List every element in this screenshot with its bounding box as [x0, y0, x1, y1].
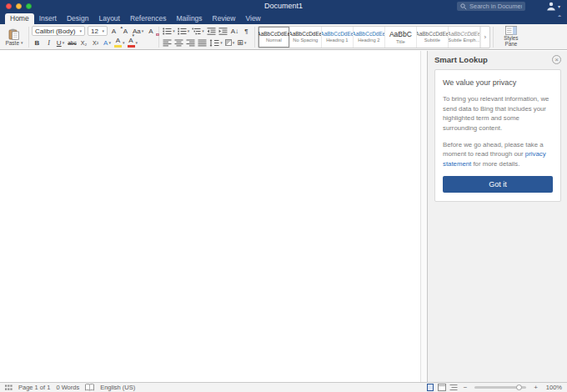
line-spacing-icon: [209, 39, 219, 47]
font-name-value: Calibri (Body): [35, 28, 75, 35]
tab-view[interactable]: View: [240, 13, 265, 24]
outline-view-button[interactable]: [449, 384, 458, 391]
styles-gallery-more-button[interactable]: ›: [480, 27, 489, 48]
shading-button[interactable]: ▾: [224, 38, 236, 48]
zoom-knob[interactable]: [516, 384, 522, 390]
tab-insert[interactable]: Insert: [34, 13, 62, 24]
sort-button[interactable]: A↓: [229, 26, 240, 36]
chevron-down-icon: ▾: [142, 28, 144, 33]
accessibility-icon[interactable]: [5, 384, 13, 391]
zoom-slider[interactable]: [474, 386, 526, 389]
style-subtitle[interactable]: AaBbCcDdEe Subtitle: [417, 27, 449, 48]
chevron-down-icon: ▾: [202, 28, 204, 33]
style-preview: AaBbCcDdEe: [258, 31, 290, 37]
style-normal[interactable]: AaBbCcDdEe Normal: [258, 27, 290, 48]
tab-review[interactable]: Review: [208, 13, 241, 24]
style-label: Subtitle: [424, 38, 440, 43]
tab-design[interactable]: Design: [62, 13, 93, 24]
search-placeholder: Search in Document: [469, 3, 522, 10]
font-size-select[interactable]: 12 ▾: [88, 26, 108, 36]
style-no-spacing[interactable]: AaBbCcDdEe No Spacing: [290, 27, 322, 48]
fullscreen-window-button[interactable]: [26, 3, 32, 9]
minimize-window-button[interactable]: [16, 3, 22, 9]
zoom-in-button[interactable]: +: [534, 384, 538, 391]
language-indicator[interactable]: English (US): [100, 384, 135, 391]
style-subtle-emphasis[interactable]: AaBbCcDdEe Subtle Emph...: [449, 27, 480, 48]
vertical-scrollbar[interactable]: [420, 51, 427, 382]
smart-lookup-pane: Smart Lookup × We value your privacy To …: [427, 51, 567, 382]
search-box[interactable]: Search in Document: [457, 2, 525, 11]
borders-button[interactable]: ⊞ ▾: [236, 38, 247, 48]
account-button[interactable]: ▾: [546, 2, 560, 11]
paste-clipboard-icon: [8, 28, 20, 40]
align-right-icon: [186, 39, 195, 47]
close-window-button[interactable]: [6, 3, 12, 9]
font-color-button[interactable]: A ▾: [127, 38, 139, 48]
chevron-down-icon: ▾: [188, 28, 190, 33]
line-spacing-button[interactable]: ▾: [208, 38, 223, 48]
numbered-list-icon: [178, 28, 187, 35]
decrease-indent-button[interactable]: [206, 26, 217, 36]
tab-layout[interactable]: Layout: [93, 13, 125, 24]
bold-button[interactable]: B: [32, 38, 43, 48]
justify-button[interactable]: [197, 38, 208, 48]
highlight-icon: A: [116, 38, 120, 44]
show-paragraph-marks-button[interactable]: ¶: [241, 26, 252, 36]
zoom-out-button[interactable]: −: [464, 384, 468, 391]
document-page[interactable]: [0, 51, 420, 382]
style-title[interactable]: AaBbC Title: [385, 27, 417, 48]
page-indicator[interactable]: Page 1 of 1: [18, 384, 50, 391]
web-layout-view-button[interactable]: [438, 384, 446, 391]
privacy-card-body2: Before we go ahead, please take a moment…: [443, 140, 553, 169]
font-name-select[interactable]: Calibri (Body) ▾: [32, 26, 85, 36]
text-effects-button[interactable]: A ▾: [102, 38, 113, 48]
style-heading-2[interactable]: AaBbCcDdEe Heading 2: [354, 27, 385, 48]
shrink-font-button[interactable]: A ▾: [120, 26, 131, 36]
grow-font-button[interactable]: A ▴: [108, 26, 119, 36]
bullet-list-button[interactable]: ▾: [162, 26, 176, 36]
chevron-down-icon: ▾: [63, 40, 65, 45]
style-label: Heading 2: [358, 38, 379, 43]
styles-pane-button[interactable]: Styles Pane: [496, 26, 526, 48]
view-switcher: [426, 384, 458, 391]
shading-icon: [225, 39, 232, 46]
tab-home[interactable]: Home: [5, 13, 34, 24]
multilevel-list-icon: [192, 28, 201, 35]
spellcheck-icon[interactable]: [85, 384, 94, 391]
style-preview: AaBbCcDdEe: [354, 31, 385, 37]
print-layout-view-button[interactable]: [426, 384, 434, 391]
multilevel-list-button[interactable]: ▾: [191, 26, 205, 36]
align-left-button[interactable]: [162, 38, 173, 48]
word-count[interactable]: 0 Words: [56, 384, 79, 391]
underline-icon: U: [57, 39, 62, 47]
numbered-list-button[interactable]: ▾: [177, 26, 191, 36]
style-heading-1[interactable]: AaBbCcDdEe Heading 1: [322, 27, 354, 48]
collapse-ribbon-button[interactable]: ˆ: [558, 15, 561, 24]
text-effects-icon: A: [103, 39, 108, 47]
increase-indent-button[interactable]: [218, 26, 228, 36]
privacy-card: We value your privacy To bring you relev…: [434, 69, 561, 202]
paste-button[interactable]: Paste ▾: [3, 28, 26, 46]
align-center-icon: [174, 39, 183, 47]
superscript-button[interactable]: X²: [90, 38, 101, 48]
smart-lookup-title: Smart Lookup: [434, 55, 488, 64]
tab-mailings[interactable]: Mailings: [171, 13, 207, 24]
tab-references[interactable]: References: [125, 13, 171, 24]
close-pane-button[interactable]: ×: [552, 55, 561, 64]
privacy-body2-suffix: for more details.: [471, 160, 519, 168]
underline-button[interactable]: U ▾: [55, 38, 66, 48]
zoom-level[interactable]: 100%: [544, 384, 562, 391]
italic-button[interactable]: I: [43, 38, 54, 48]
subscript-button[interactable]: X₂: [78, 38, 89, 48]
got-it-button[interactable]: Got it: [443, 176, 553, 193]
ribbon-separator: [493, 27, 494, 48]
strikethrough-button[interactable]: abc: [67, 38, 78, 48]
align-center-button[interactable]: [173, 38, 184, 48]
highlight-color-button[interactable]: A ▾: [113, 38, 126, 48]
style-preview: AaBbCcDdEe: [417, 31, 449, 37]
align-right-button[interactable]: [185, 38, 196, 48]
clear-formatting-button[interactable]: A: [145, 26, 156, 36]
styles-gallery: AaBbCcDdEe Normal AaBbCcDdEe No Spacing …: [258, 26, 490, 48]
ribbon-home: Paste ▾ Calibri (Body) ▾ 12 ▾ A ▴: [0, 24, 567, 50]
search-icon: [460, 3, 467, 10]
